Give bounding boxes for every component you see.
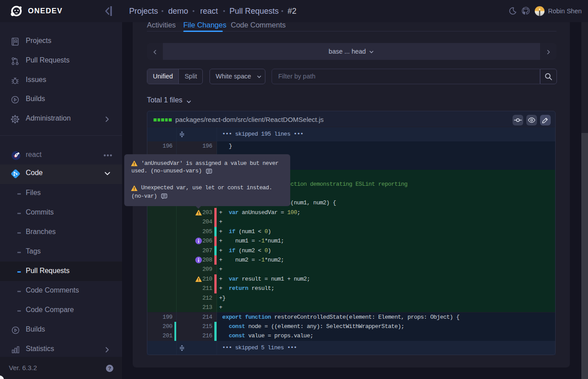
svg-text:?: ? xyxy=(108,366,111,371)
